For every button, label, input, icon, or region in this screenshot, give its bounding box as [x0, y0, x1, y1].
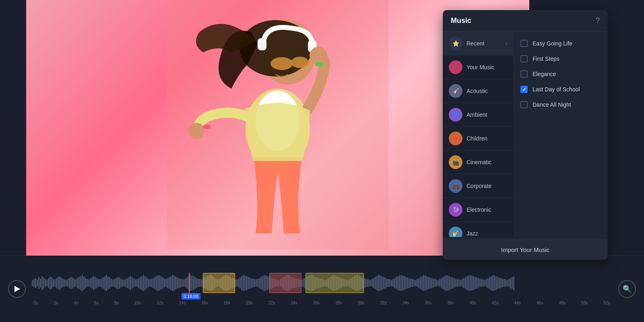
waveform-bar	[489, 277, 490, 289]
play-button[interactable]	[8, 280, 26, 298]
waveform-bar	[95, 277, 96, 289]
category-item-cinematic[interactable]: 🎬Cinematic	[443, 151, 513, 174]
time-marker: 22s	[268, 301, 275, 305]
waveform-bar	[67, 279, 68, 287]
waveform-bar	[138, 278, 139, 288]
music-panel: Music ? ⭐Recent›🎵Your Music🎸Acoustic🌀Amb…	[443, 10, 608, 260]
waveform-bar	[50, 277, 51, 289]
song-name-last-day: Last Day of School	[533, 86, 580, 93]
waveform-bar	[109, 277, 110, 289]
category-label-your-music: Your Music	[466, 64, 494, 70]
waveform-bar	[452, 277, 453, 289]
waveform-bar	[59, 276, 60, 290]
song-item-dance-all-night[interactable]: Dance All Night	[517, 97, 604, 112]
song-item-last-day[interactable]: Last Day of School	[517, 82, 604, 97]
waveform-bar	[463, 278, 464, 288]
waveform-bar	[141, 276, 142, 290]
category-item-your-music[interactable]: 🎵Your Music	[443, 56, 513, 79]
song-item-easy-going[interactable]: Easy Going Life	[517, 36, 604, 51]
waveform-bar	[425, 275, 426, 291]
song-name-easy-going: Easy Going Life	[533, 40, 572, 47]
song-checkbox-easy-going[interactable]	[520, 40, 528, 47]
waveform-bar	[433, 279, 434, 287]
category-item-jazz[interactable]: 🎷Jazz	[443, 222, 513, 237]
song-item-elegance[interactable]: Elegance	[517, 66, 604, 82]
waveform-bar	[483, 279, 484, 287]
waveform-bar	[62, 279, 64, 287]
waveform-bar	[458, 279, 460, 287]
waveform-bar	[51, 277, 52, 289]
playhead-label: 0:16:00	[182, 293, 200, 299]
timeline-controls: 0:16:00 0s2s4s6s8s10s12s14s16s18s20s22s2…	[0, 256, 644, 322]
song-checkbox-dance-all-night[interactable]	[520, 101, 528, 108]
waveform-bar	[479, 279, 481, 287]
time-marker: 50s	[581, 301, 588, 305]
waveform-bar	[438, 280, 439, 286]
waveform-bar	[473, 276, 474, 290]
waveform-bar	[465, 277, 466, 289]
time-marker: 48s	[559, 301, 566, 305]
svg-point-6	[291, 57, 309, 68]
waveform-bar	[124, 280, 125, 286]
waveform-bar	[167, 278, 168, 288]
waveform-bar	[175, 277, 176, 289]
song-checkbox-last-day[interactable]	[520, 86, 528, 93]
category-icon-your-music: 🎵	[449, 60, 462, 74]
category-item-recent[interactable]: ⭐Recent›	[443, 32, 513, 56]
waveform-bar	[400, 275, 402, 291]
waveform-bar	[238, 279, 239, 287]
category-item-children[interactable]: 🎈Children	[443, 127, 513, 151]
category-icon-recent: ⭐	[449, 37, 462, 50]
category-item-electronic[interactable]: 🔮Electronic	[443, 198, 513, 222]
waveform-bar	[119, 277, 120, 289]
import-button[interactable]: Import Your Music	[443, 239, 608, 260]
waveform-bar	[450, 277, 452, 289]
song-item-first-steps[interactable]: First Steps	[517, 51, 604, 66]
waveform-bar	[442, 277, 444, 289]
waveform-bar	[74, 279, 75, 287]
waveform-bar	[302, 279, 303, 287]
waveform-bar	[201, 279, 202, 287]
waveform-bar	[507, 280, 508, 286]
waveform-bar	[265, 275, 266, 291]
waveform-bar	[75, 279, 76, 287]
waveform-bar	[48, 278, 49, 288]
music-panel-header: Music ?	[443, 10, 608, 32]
time-marker: 0s	[34, 301, 38, 305]
waveform-bar	[194, 277, 196, 289]
waveform-bar	[183, 279, 184, 287]
waveform-bar	[133, 279, 134, 287]
waveform-bar	[93, 276, 94, 290]
category-item-acoustic[interactable]: 🎸Acoustic	[443, 79, 513, 103]
waveform-bar	[241, 276, 242, 290]
timeline-area: 0:16:00 0s2s4s6s8s10s12s14s16s18s20s22s2…	[0, 256, 644, 322]
category-item-ambient[interactable]: 🌀Ambient	[443, 103, 513, 127]
waveform-bar	[405, 277, 407, 289]
svg-line-7	[291, 62, 293, 63]
search-button[interactable]: 🔍	[618, 280, 636, 298]
help-icon[interactable]: ?	[596, 17, 600, 25]
waveform-bar	[169, 277, 170, 289]
waveform-bar	[64, 279, 65, 287]
song-checkbox-elegance[interactable]	[520, 70, 528, 78]
waveform-bar	[466, 276, 468, 290]
category-icon-corporate: 💼	[449, 179, 462, 193]
waveform-bar	[415, 280, 416, 286]
waveform-bar	[494, 275, 495, 291]
waveform-bar	[70, 277, 72, 289]
time-marker: 38s	[447, 301, 454, 305]
song-checkbox-first-steps[interactable]	[520, 55, 528, 62]
waveform-bar	[154, 277, 155, 289]
dancer-svg	[167, 0, 388, 250]
waveform-bar	[392, 279, 394, 287]
waveform-bar	[423, 275, 424, 291]
waveform-bar	[248, 277, 249, 289]
waveform-bar	[259, 278, 260, 288]
time-marker: 20s	[246, 301, 252, 305]
waveform-bar	[504, 279, 505, 287]
waveform-bar	[46, 280, 47, 286]
category-item-corporate[interactable]: 💼Corporate	[443, 174, 513, 198]
search-icon: 🔍	[623, 285, 632, 293]
waveform-bar	[101, 279, 102, 287]
waveform-bar	[491, 276, 492, 290]
